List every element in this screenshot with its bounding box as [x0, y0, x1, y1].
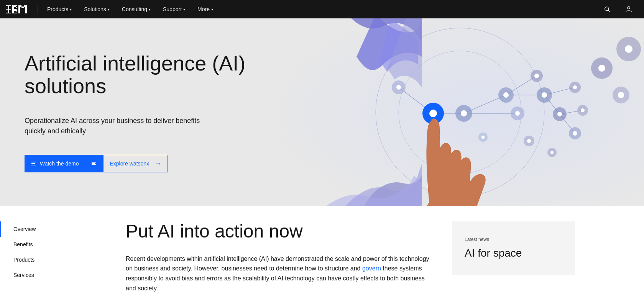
svg-rect-7	[12, 9, 17, 10]
svg-rect-1	[6, 5, 11, 6]
svg-point-66	[598, 65, 605, 72]
chevron-down-icon: ▾	[183, 7, 185, 11]
svg-rect-5	[8, 10, 9, 13]
chevron-down-icon: ▾	[149, 7, 151, 11]
svg-point-48	[534, 74, 539, 78]
sidebar-item-overview[interactable]: Overview	[0, 221, 107, 237]
svg-point-52	[573, 85, 577, 89]
navbar: Products ▾ Solutions ▾ Consulting ▾ Supp…	[0, 0, 644, 18]
chevron-down-icon: ▾	[211, 7, 213, 11]
svg-rect-15	[18, 5, 20, 13]
svg-rect-12	[14, 10, 16, 11]
govern-link[interactable]: govern	[362, 265, 381, 272]
svg-point-40	[429, 110, 437, 117]
svg-rect-25	[31, 165, 36, 165]
section-body: Recent developments within artificial in…	[126, 254, 434, 293]
nav-divider	[38, 5, 38, 14]
main-content: Overview Benefits Products Services Put …	[0, 206, 644, 303]
nav-more[interactable]: More ▾	[191, 0, 219, 18]
user-button[interactable]	[619, 0, 638, 18]
arrow-right-icon: →	[154, 160, 161, 168]
svg-rect-6	[12, 5, 17, 6]
search-button[interactable]	[598, 0, 616, 18]
svg-rect-11	[14, 6, 16, 7]
svg-point-60	[481, 136, 485, 139]
sidebar-item-benefits[interactable]: Benefits	[0, 237, 107, 252]
svg-rect-17	[20, 5, 21, 7]
svg-point-22	[628, 7, 630, 9]
nav-actions	[598, 0, 638, 18]
svg-rect-14	[16, 10, 17, 11]
svg-rect-4	[8, 6, 9, 9]
svg-point-64	[550, 151, 554, 154]
chevron-down-icon: ▾	[70, 7, 72, 11]
svg-rect-10	[12, 10, 14, 13]
hero-title: Artificial intelligence (AI) solutions	[25, 52, 247, 98]
watch-demo-button[interactable]: Watch the demo	[25, 155, 103, 172]
nav-links: Products ▾ Solutions ▾ Consulting ▾ Supp…	[41, 0, 598, 18]
hero-buttons: Watch the demo Explore watsonx →	[25, 155, 250, 172]
nav-solutions[interactable]: Solutions ▾	[78, 0, 116, 18]
svg-point-62	[527, 139, 531, 143]
svg-line-21	[608, 10, 610, 12]
svg-rect-19	[21, 7, 24, 8]
svg-rect-9	[12, 6, 14, 9]
svg-point-44	[503, 92, 509, 98]
hero-illustration	[268, 18, 644, 206]
chevron-down-icon: ▾	[108, 7, 110, 11]
hero-section: Artificial intelligence (AI) solutions O…	[0, 18, 644, 206]
svg-rect-2	[6, 9, 11, 10]
svg-point-46	[515, 111, 520, 116]
svg-rect-16	[25, 5, 27, 13]
svg-point-68	[618, 92, 624, 98]
hero-content: Artificial intelligence (AI) solutions O…	[0, 18, 268, 206]
sidebar: Overview Benefits Products Services	[0, 206, 107, 303]
explore-watsonx-button[interactable]: Explore watsonx →	[103, 155, 168, 172]
nav-products[interactable]: Products ▾	[41, 0, 78, 18]
hero-subtitle: Operationalize AI across your business t…	[25, 116, 216, 136]
ibm-logo[interactable]	[6, 5, 28, 14]
svg-rect-18	[24, 5, 25, 7]
nav-consulting[interactable]: Consulting ▾	[116, 0, 157, 18]
svg-rect-8	[12, 13, 17, 13]
svg-point-42	[461, 110, 467, 116]
sidebar-item-products[interactable]: Products	[0, 252, 107, 267]
news-title: AI for space	[465, 247, 563, 260]
svg-rect-3	[6, 13, 11, 13]
main-section: Put AI into action now Recent developmen…	[107, 206, 452, 303]
section-title: Put AI into action now	[126, 221, 434, 242]
nav-support[interactable]: Support ▾	[157, 0, 191, 18]
svg-point-50	[542, 92, 547, 98]
news-card: Latest news AI for space	[452, 221, 575, 275]
svg-point-58	[573, 131, 577, 136]
svg-rect-13	[16, 7, 17, 8]
sidebar-item-services[interactable]: Services	[0, 267, 107, 283]
news-label: Latest news	[465, 237, 563, 242]
svg-point-56	[581, 108, 585, 112]
svg-point-70	[625, 45, 632, 53]
svg-point-54	[557, 112, 562, 116]
svg-rect-24	[31, 163, 35, 164]
svg-point-20	[605, 7, 609, 11]
svg-rect-23	[31, 162, 36, 162]
